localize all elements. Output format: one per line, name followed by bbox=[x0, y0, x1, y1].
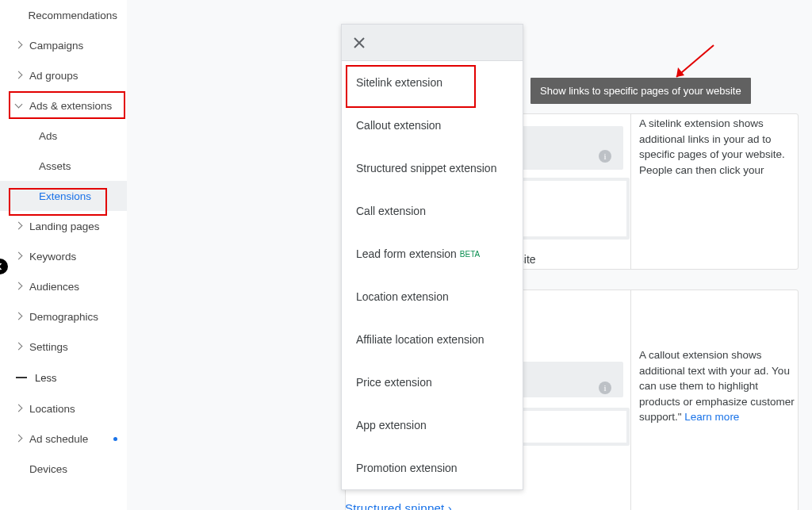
nav-label: Locations bbox=[29, 403, 75, 415]
menu-item-affiliate-location[interactable]: Affiliate location extension bbox=[342, 318, 523, 361]
menu-item-label: Location extension bbox=[356, 290, 449, 303]
nav-label: Ads bbox=[39, 130, 57, 142]
close-icon bbox=[353, 36, 366, 49]
nav-label: Extensions bbox=[39, 190, 91, 202]
nav-label: Ads & extensions bbox=[29, 100, 112, 112]
minus-icon bbox=[16, 377, 27, 378]
card-divider bbox=[630, 114, 631, 269]
nav-label: Keywords bbox=[29, 251, 76, 263]
nav-campaigns[interactable]: Campaigns bbox=[0, 30, 127, 60]
nav-devices[interactable]: Devices bbox=[0, 454, 127, 484]
menu-item-label: Callout extension bbox=[356, 119, 441, 132]
nav-settings[interactable]: Settings bbox=[0, 332, 127, 362]
nav-audiences[interactable]: Audiences bbox=[0, 271, 127, 301]
structured-snippet-title[interactable]: Structured snippet › bbox=[345, 501, 452, 510]
nav-label: Audiences bbox=[29, 281, 79, 293]
menu-item-label: Price extension bbox=[356, 376, 432, 389]
menu-header bbox=[342, 25, 523, 61]
nav-label: Campaigns bbox=[29, 40, 83, 52]
menu-item-label: Call extension bbox=[356, 205, 426, 217]
callout-description: A callout extension shows additional tex… bbox=[639, 347, 798, 425]
chevron-left-icon bbox=[0, 263, 4, 270]
nav-keywords[interactable]: Keywords bbox=[0, 241, 127, 271]
nav-label: Landing pages bbox=[29, 220, 100, 232]
less-label: Less bbox=[35, 372, 56, 384]
menu-item-lead-form[interactable]: Lead form extensionBETA bbox=[342, 232, 523, 275]
beta-badge: BETA bbox=[460, 250, 480, 259]
nav-locations[interactable]: Locations bbox=[0, 393, 127, 424]
nav-ads[interactable]: Ads bbox=[0, 121, 127, 151]
nav-less[interactable]: Less bbox=[0, 362, 127, 393]
notification-dot-icon bbox=[113, 437, 117, 441]
nav-landing-pages[interactable]: Landing pages bbox=[0, 211, 127, 241]
nav-label: Ad schedule bbox=[29, 433, 88, 445]
nav-label: Devices bbox=[29, 463, 67, 475]
nav-ad-schedule[interactable]: Ad schedule bbox=[0, 424, 127, 454]
nav-label: Assets bbox=[39, 160, 71, 172]
nav-ads-extensions[interactable]: Ads & extensions bbox=[0, 90, 127, 121]
menu-item-promotion[interactable]: Promotion extension bbox=[342, 447, 523, 489]
nav-label: Settings bbox=[29, 341, 68, 353]
menu-item-label: Lead form extension bbox=[356, 247, 457, 260]
nav-ad-groups[interactable]: Ad groups bbox=[0, 60, 127, 90]
menu-item-callout[interactable]: Callout extension bbox=[342, 104, 523, 147]
nav-extensions[interactable]: Extensions bbox=[0, 181, 127, 211]
extension-type-menu: Sitelink extension Callout extension Str… bbox=[341, 24, 523, 490]
nav-assets[interactable]: Assets bbox=[0, 151, 127, 181]
info-icon[interactable]: i bbox=[599, 382, 611, 394]
nav-label: Ad groups bbox=[29, 70, 79, 82]
menu-item-sitelink[interactable]: Sitelink extension bbox=[342, 61, 523, 104]
card-divider bbox=[630, 290, 631, 510]
learn-more-link[interactable]: Learn more bbox=[684, 411, 739, 423]
nav-recommendations[interactable]: Recommendations bbox=[0, 0, 127, 30]
menu-item-label: Structured snippet extension bbox=[356, 162, 496, 174]
nav-label: Demographics bbox=[29, 311, 98, 323]
sitelink-tooltip: Show links to specific pages of your web… bbox=[530, 78, 751, 104]
menu-item-price[interactable]: Price extension bbox=[342, 361, 523, 404]
menu-item-structured-snippet[interactable]: Structured snippet extension bbox=[342, 147, 523, 190]
menu-item-call[interactable]: Call extension bbox=[342, 190, 523, 232]
info-icon[interactable]: i bbox=[599, 150, 611, 163]
menu-item-label: App extension bbox=[356, 419, 427, 431]
menu-item-label: Promotion extension bbox=[356, 462, 458, 474]
sidebar: Recommendations Campaigns Ad groups Ads … bbox=[0, 0, 128, 510]
nav-demographics[interactable]: Demographics bbox=[0, 301, 127, 332]
menu-item-location[interactable]: Location extension bbox=[342, 275, 523, 318]
sitelink-description: A sitelink extension shows additional li… bbox=[639, 116, 798, 178]
menu-item-label: Affiliate location extension bbox=[356, 333, 485, 346]
menu-item-app[interactable]: App extension bbox=[342, 404, 523, 447]
nav-label: Recommendations bbox=[28, 10, 117, 21]
menu-item-label: Sitelink extension bbox=[356, 76, 442, 89]
close-button[interactable] bbox=[353, 36, 366, 49]
